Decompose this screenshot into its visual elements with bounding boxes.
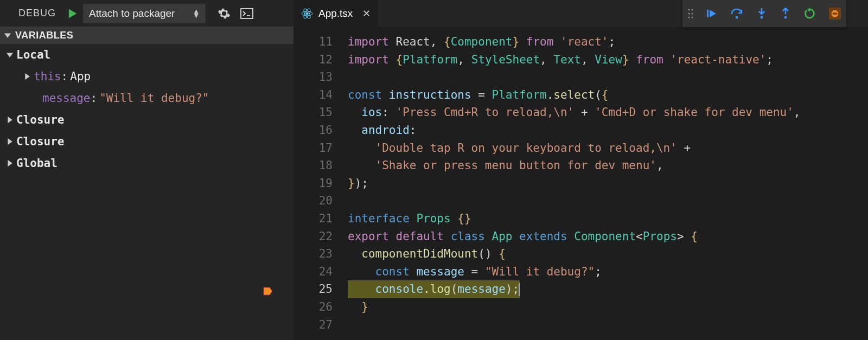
dropdown-chevrons-icon: ▲▼: [193, 9, 200, 18]
line-number[interactable]: 13: [293, 68, 333, 86]
debug-console-icon[interactable]: [240, 8, 253, 19]
variable-scopes: Localthis: Appmessage: "Will it debug?"C…: [0, 44, 293, 174]
svg-point-9: [688, 17, 690, 18]
code-content[interactable]: import React, {Component} from 'react';i…: [348, 33, 868, 340]
svg-point-6: [692, 9, 693, 11]
collapse-icon: [4, 32, 11, 39]
code-line[interactable]: interface Props {}: [348, 210, 868, 228]
editor-panel: App.tsx ✕ 111213141516171819202122232425…: [293, 0, 868, 340]
code-line[interactable]: 'Shake or press menu button for dev menu…: [348, 157, 868, 175]
line-number[interactable]: 26: [293, 298, 333, 316]
line-number[interactable]: 16: [293, 121, 333, 139]
code-line[interactable]: export default class App extends Compone…: [348, 228, 868, 246]
line-number[interactable]: 27: [293, 316, 333, 334]
scope-closure[interactable]: Closure: [0, 131, 293, 152]
code-line[interactable]: import {Platform, StyleSheet, Text, View…: [348, 51, 868, 69]
line-number[interactable]: 22: [293, 228, 333, 246]
code-area[interactable]: 1112131415161718192021222324252627 impor…: [293, 27, 868, 340]
svg-point-12: [736, 16, 738, 19]
debug-toolbar: [682, 0, 846, 27]
line-number-gutter[interactable]: 1112131415161718192021222324252627: [293, 33, 348, 340]
line-number[interactable]: 18: [293, 157, 333, 175]
line-number[interactable]: 12: [293, 51, 333, 69]
variable-this[interactable]: this: App: [0, 66, 293, 87]
code-line[interactable]: const instructions = Platform.select({: [348, 86, 868, 104]
svg-point-7: [688, 13, 690, 15]
gear-icon[interactable]: [218, 7, 231, 20]
debug-title: DEBUG: [18, 8, 56, 19]
line-number[interactable]: 21: [293, 210, 333, 228]
debug-sidebar: DEBUG Attach to packager ▲▼ VARIABLES Lo…: [0, 0, 293, 340]
line-number[interactable]: 17: [293, 139, 333, 157]
code-line[interactable]: const message = "Will it debug?";: [348, 263, 868, 281]
code-line[interactable]: ios: 'Press Cmd+R to reload,\n' + 'Cmd+D…: [348, 104, 868, 121]
continue-button[interactable]: [706, 8, 717, 19]
scope-global[interactable]: Global: [0, 152, 293, 174]
code-line[interactable]: });: [348, 175, 868, 193]
variable-message[interactable]: message: "Will it debug?": [0, 87, 293, 109]
svg-rect-11: [707, 10, 709, 17]
code-line[interactable]: 'Double tap R on your keyboard to reload…: [348, 139, 868, 157]
code-line[interactable]: [348, 316, 868, 334]
step-out-button[interactable]: [780, 8, 791, 20]
line-number[interactable]: 24: [293, 263, 333, 281]
breakpoint-marker[interactable]: [263, 284, 273, 301]
debug-config-dropdown[interactable]: Attach to packager ▲▼: [83, 4, 206, 23]
debug-config-selected: Attach to packager: [89, 8, 175, 20]
stop-button[interactable]: [829, 8, 841, 20]
close-icon[interactable]: ✕: [362, 8, 371, 20]
line-number[interactable]: 20: [293, 192, 333, 210]
code-line[interactable]: android:: [348, 121, 868, 139]
code-line[interactable]: [348, 192, 868, 210]
step-over-button[interactable]: [730, 8, 743, 20]
line-number[interactable]: 14: [293, 86, 333, 104]
drag-handle-icon[interactable]: [688, 9, 693, 18]
variables-section-header[interactable]: VARIABLES: [0, 27, 293, 44]
step-into-button[interactable]: [756, 8, 767, 20]
line-number[interactable]: 15: [293, 104, 333, 121]
svg-point-5: [688, 9, 690, 11]
tab-app-tsx[interactable]: App.tsx ✕: [293, 0, 378, 27]
debug-header: DEBUG Attach to packager ▲▼: [0, 0, 293, 27]
code-line[interactable]: console.log(message);: [348, 280, 520, 298]
line-number[interactable]: 25: [293, 280, 333, 298]
code-line[interactable]: }: [348, 298, 868, 316]
scope-closure[interactable]: Closure: [0, 109, 293, 131]
line-number[interactable]: 23: [293, 245, 333, 263]
svg-point-8: [692, 13, 693, 15]
start-debugging-button[interactable]: [68, 8, 78, 19]
code-line[interactable]: componentDidMount() {: [348, 245, 868, 263]
svg-point-10: [692, 17, 693, 18]
svg-point-14: [784, 16, 787, 19]
svg-point-1: [306, 12, 308, 15]
svg-point-13: [761, 16, 763, 19]
react-icon: [301, 8, 313, 20]
scope-local[interactable]: Local: [0, 44, 293, 66]
line-number[interactable]: 19: [293, 175, 333, 193]
code-line[interactable]: [348, 68, 868, 86]
code-line[interactable]: import React, {Component} from 'react';: [348, 33, 868, 51]
variables-title: VARIABLES: [15, 30, 73, 41]
restart-button[interactable]: [804, 8, 816, 20]
svg-rect-15: [833, 12, 838, 15]
svg-rect-0: [241, 9, 253, 18]
tab-filename: App.tsx: [318, 8, 353, 20]
line-number[interactable]: 11: [293, 33, 333, 51]
